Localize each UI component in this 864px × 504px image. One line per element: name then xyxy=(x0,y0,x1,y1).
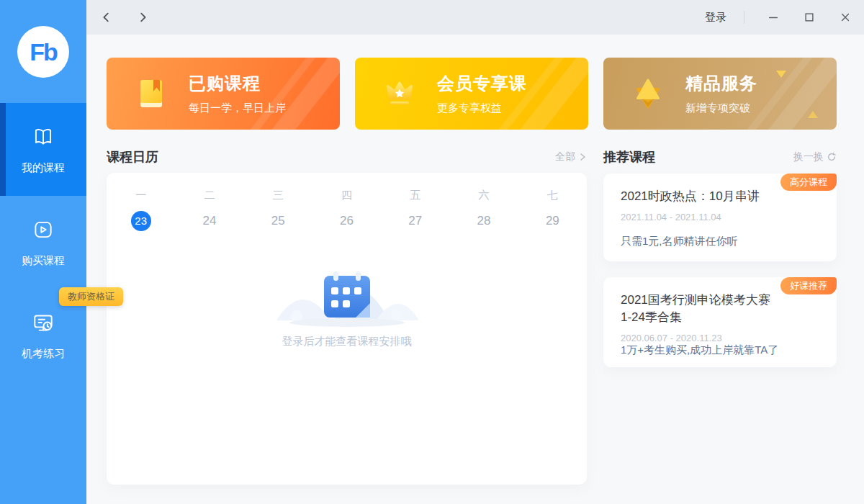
weekday-label: 六 xyxy=(449,189,518,202)
calendar-all-link[interactable]: 全部 xyxy=(555,150,587,163)
weekday-label: 三 xyxy=(244,189,312,202)
book-icon xyxy=(132,75,170,112)
close-icon[interactable] xyxy=(838,10,852,24)
calendar-header-row: 课程日历 全部 xyxy=(107,148,587,166)
date-row: 23 24 25 26 27 28 29 xyxy=(107,211,587,231)
sidebar-item-my-courses[interactable]: 我的课程 xyxy=(0,103,86,196)
back-icon[interactable] xyxy=(99,10,114,24)
sidebar-item-label: 购买课程 xyxy=(22,254,65,268)
play-video-icon xyxy=(31,217,55,244)
course-badge: 高分课程 xyxy=(780,174,837,191)
titlebar-divider xyxy=(744,11,744,24)
forward-icon[interactable] xyxy=(135,10,150,24)
recommended-course-card[interactable]: 好课推荐 2021国考行测申论模考大赛 1-24季合集 2020.06.07 -… xyxy=(603,277,837,367)
date-cell[interactable]: 27 xyxy=(381,211,449,231)
banner-title: 会员专享课 xyxy=(437,72,527,95)
date-cell[interactable]: 26 xyxy=(312,211,381,231)
date-cell-selected[interactable]: 23 xyxy=(107,211,175,231)
course-date-range: 2021.11.04 - 2021.11.04 xyxy=(621,212,819,222)
banner-subtitle: 更多专享权益 xyxy=(437,102,527,115)
calendar-card: 一 二 三 四 五 六 七 23 24 25 26 27 28 29 xyxy=(107,173,587,485)
weekday-row: 一 二 三 四 五 六 七 xyxy=(107,173,587,202)
empty-calendar-illustration xyxy=(268,257,426,329)
banner-premium-services[interactable]: 精品服务 新增专项突破 xyxy=(603,58,837,130)
banner-title: 精品服务 xyxy=(685,72,757,95)
sidebar-nav: 我的课程 购买课程 xyxy=(0,103,86,382)
course-badge: 好课推荐 xyxy=(780,277,837,294)
weekday-label: 五 xyxy=(381,189,449,202)
teacher-cert-tooltip: 教师资格证 xyxy=(59,287,123,306)
calendar-empty-state: 登录后才能查看课程安排哦 xyxy=(107,257,587,348)
banner-text: 精品服务 新增专项突破 xyxy=(685,72,757,115)
computer-exam-icon xyxy=(31,310,55,337)
banner-title: 已购课程 xyxy=(189,72,286,95)
date-cell[interactable]: 24 xyxy=(175,211,243,231)
course-title: 2021国考行测申论模考大赛 1-24季合集 xyxy=(621,292,819,326)
weekday-label: 七 xyxy=(518,189,587,202)
app-window: Fb 我的课程 购买课程 xyxy=(0,0,864,504)
date-cell[interactable]: 28 xyxy=(449,211,518,231)
banner-member-courses[interactable]: 会员专享课 更多专享权益 xyxy=(355,58,588,130)
banner-subtitle: 新增专项突破 xyxy=(685,102,757,115)
triangle-decor xyxy=(776,71,786,78)
gem-star-icon xyxy=(629,75,667,112)
course-description: 1万+考生购买,成功上岸就靠TA了 xyxy=(621,343,819,357)
triangle-decor xyxy=(808,111,818,118)
date-cell[interactable]: 25 xyxy=(244,211,312,231)
maximize-icon[interactable] xyxy=(802,10,816,24)
banner-subtitle: 每日一学，早日上岸 xyxy=(189,102,286,115)
banner-text: 已购课程 每日一学，早日上岸 xyxy=(189,72,286,115)
crown-icon xyxy=(381,75,418,112)
login-button[interactable]: 登录 xyxy=(705,11,726,24)
weekday-label: 四 xyxy=(312,189,381,202)
sidebar-item-label: 我的课程 xyxy=(22,161,65,175)
open-book-icon xyxy=(31,125,55,151)
app-logo: Fb xyxy=(17,26,69,78)
logo-text: Fb xyxy=(30,38,57,66)
titlebar: 登录 xyxy=(86,0,864,35)
weekday-label: 二 xyxy=(175,189,243,202)
recommend-section-title: 推荐课程 xyxy=(603,148,655,166)
banner-row: 已购课程 每日一学，早日上岸 会员专享课 更多专享权益 xyxy=(107,58,837,130)
sidebar: Fb 我的课程 购买课程 xyxy=(0,0,86,504)
banner-text: 会员专享课 更多专享权益 xyxy=(437,72,527,115)
all-label: 全部 xyxy=(555,150,575,163)
chevron-right-icon xyxy=(578,153,587,161)
calendar-section-title: 课程日历 xyxy=(107,148,158,166)
course-date-range: 2020.06.07 - 2020.11.23 xyxy=(621,333,819,343)
recommend-header-row: 推荐课程 换一换 xyxy=(603,148,837,166)
refresh-label: 换一换 xyxy=(793,150,824,163)
minimize-icon[interactable] xyxy=(766,10,780,24)
history-nav xyxy=(86,10,150,24)
refresh-recommend-button[interactable]: 换一换 xyxy=(793,150,837,163)
sidebar-item-label: 机考练习 xyxy=(22,347,65,361)
weekday-label: 一 xyxy=(107,189,175,202)
window-controls xyxy=(766,10,864,24)
sidebar-item-buy-courses[interactable]: 购买课程 xyxy=(0,196,86,289)
empty-state-text: 登录后才能查看课程安排哦 xyxy=(107,335,587,348)
banner-purchased-courses[interactable]: 已购课程 每日一学，早日上岸 xyxy=(107,58,340,130)
course-description: 只需1元,名师精讲任你听 xyxy=(621,235,819,248)
recommended-course-card[interactable]: 高分课程 2021时政热点：10月串讲 2021.11.04 - 2021.11… xyxy=(603,174,837,261)
date-cell[interactable]: 29 xyxy=(518,211,587,231)
refresh-icon xyxy=(827,152,837,162)
